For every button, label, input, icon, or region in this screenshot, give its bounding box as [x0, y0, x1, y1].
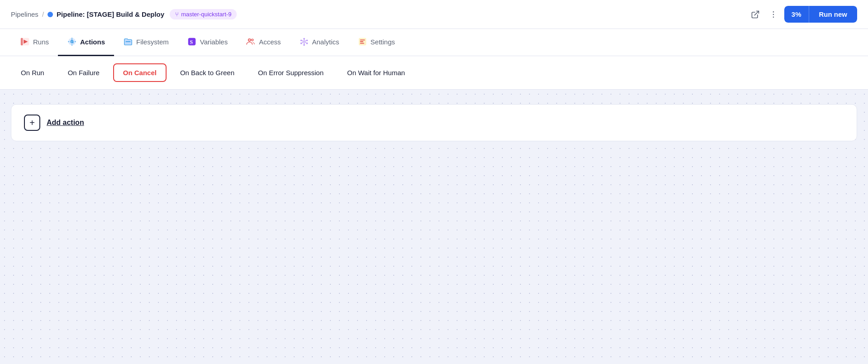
plus-icon: +: [29, 118, 35, 128]
analytics-icon: [299, 37, 309, 47]
actions-icon: [67, 37, 77, 47]
svg-point-12: [248, 39, 251, 42]
variables-icon: S: [187, 37, 197, 47]
svg-rect-28: [360, 39, 365, 40]
run-new-button[interactable]: Run new: [809, 6, 858, 23]
svg-point-2: [773, 14, 774, 15]
progress-button[interactable]: 3%: [784, 6, 809, 23]
tab-access[interactable]: Access: [237, 29, 290, 56]
subtab-on-error-suppression[interactable]: On Error Suppression: [248, 63, 334, 82]
svg-point-15: [303, 38, 305, 40]
add-action-card: + Add action: [11, 104, 857, 141]
tab-filesystem[interactable]: Filesystem: [114, 29, 178, 56]
main-content: + Add action: [0, 90, 868, 364]
add-action-label[interactable]: Add action: [47, 119, 84, 127]
branch-badge[interactable]: ⑂ master-quickstart-9: [170, 9, 237, 19]
subtab-on-run[interactable]: On Run: [11, 63, 54, 82]
tab-runs-label: Runs: [33, 38, 49, 46]
tab-actions-label: Actions: [80, 38, 105, 46]
tab-variables[interactable]: S Variables: [178, 29, 237, 56]
tab-runs[interactable]: Runs: [11, 29, 58, 56]
svg-rect-6: [21, 38, 23, 46]
subtab-on-back-to-green[interactable]: On Back to Green: [170, 63, 244, 82]
tab-settings-label: Settings: [371, 38, 395, 46]
svg-line-23: [305, 42, 306, 43]
subtab-on-wait-for-human[interactable]: On Wait for Human: [337, 63, 415, 82]
topbar-actions: 3% Run new: [748, 6, 857, 23]
svg-rect-30: [360, 43, 364, 44]
tab-access-label: Access: [259, 38, 281, 46]
filesystem-icon: [123, 37, 133, 47]
svg-rect-29: [360, 41, 363, 42]
breadcrumb-separator: /: [42, 10, 44, 18]
subtab-on-failure[interactable]: On Failure: [58, 63, 110, 82]
svg-text:S: S: [190, 39, 193, 45]
runs-icon: [20, 37, 30, 47]
branch-icon: ⑂: [175, 11, 179, 18]
tab-actions[interactable]: Actions: [58, 29, 114, 56]
tab-analytics[interactable]: Analytics: [290, 29, 348, 56]
external-link-button[interactable]: [748, 7, 763, 22]
topbar: Pipelines / Pipeline: [STAGE] Build & De…: [0, 0, 868, 29]
pipeline-status-dot: [48, 12, 53, 17]
tab-analytics-label: Analytics: [312, 38, 339, 46]
subtab-on-cancel[interactable]: On Cancel: [113, 63, 167, 82]
svg-line-0: [754, 11, 758, 15]
svg-point-13: [252, 39, 254, 41]
run-button-group: 3% Run new: [784, 6, 857, 23]
svg-point-16: [306, 39, 308, 41]
more-options-button[interactable]: [766, 7, 781, 22]
tab-variables-label: Variables: [200, 38, 228, 46]
svg-point-14: [303, 40, 305, 43]
tabs-bar: Runs Actions Filesystem S: [0, 29, 868, 56]
svg-rect-9: [126, 41, 131, 42]
svg-point-3: [773, 16, 774, 18]
tab-settings[interactable]: Settings: [348, 29, 404, 56]
settings-icon: [358, 37, 367, 47]
subtabs-bar: On Run On Failure On Cancel On Back to G…: [0, 56, 868, 90]
svg-point-18: [303, 44, 305, 46]
svg-point-20: [300, 39, 302, 41]
svg-point-19: [300, 43, 302, 44]
svg-point-1: [773, 11, 774, 12]
breadcrumb: Pipelines / Pipeline: [STAGE] Build & De…: [11, 10, 164, 18]
tab-filesystem-label: Filesystem: [136, 38, 169, 46]
breadcrumb-pipelines[interactable]: Pipelines: [11, 10, 38, 18]
add-action-button[interactable]: +: [24, 115, 40, 131]
pipeline-title: Pipeline: [STAGE] Build & Deploy: [57, 10, 164, 18]
access-icon: [246, 37, 256, 47]
svg-point-17: [306, 43, 308, 44]
branch-name: master-quickstart-9: [181, 11, 231, 18]
svg-line-25: [302, 42, 303, 43]
